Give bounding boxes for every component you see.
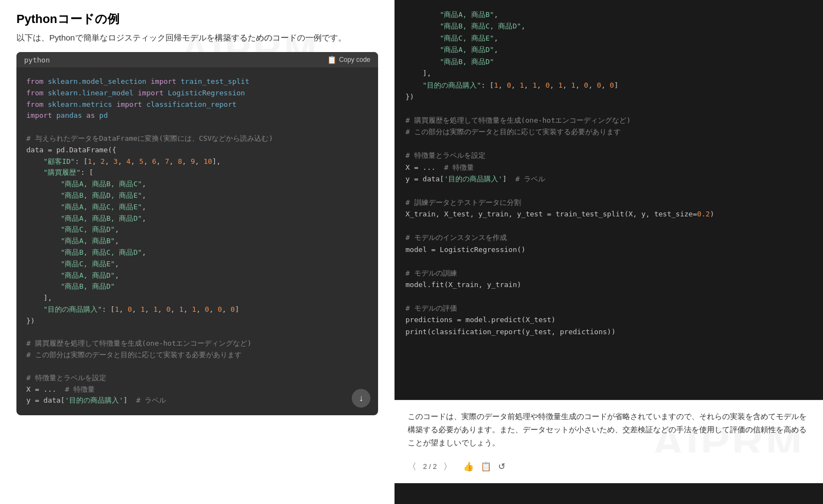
page-title: Pythonコードの例 [16,11,378,27]
copy-icon: 📋 [327,55,336,64]
left-code-body: from sklearn.model_selection import trai… [16,67,378,415]
copy-code-button[interactable]: 📋 Copy code [327,55,370,64]
right-code-body: "商品A, 商品B", "商品B, 商品C, 商品D", "商品C, 商品E",… [395,0,823,400]
right-panel: "商品A, 商品B", "商品B, 商品C, 商品D", "商品C, 商品E",… [395,0,823,504]
nav-refresh-icon[interactable]: ↺ [498,459,505,474]
nav-prev-icon[interactable]: 〈 [408,459,416,474]
page-nav: 〈 2 / 2 〉 👍 📋 ↺ [408,459,810,474]
code-lang: python [24,56,50,64]
right-comment-section: AIPRM このコードは、実際のデータ前処理や特徴量生成のコードが省略されていま… [395,400,823,483]
nav-copy-icon[interactable]: 📋 [481,459,491,474]
nav-next-icon[interactable]: 〉 [443,459,452,474]
nav-thumbs-up-icon[interactable]: 👍 [463,459,474,474]
copy-label: Copy code [339,56,370,64]
scroll-down-icon: ↓ [359,393,363,403]
comment-text: このコードは、実際のデータ前処理や特徴量生成のコードが省略されていますので、それ… [408,410,810,449]
nav-page-label: 2 / 2 [423,461,437,473]
code-header: python 📋 Copy code [16,52,378,67]
left-code-block: python 📋 Copy code from sklearn.model_se… [16,52,378,415]
scroll-down-button[interactable]: ↓ [352,389,370,408]
page-subtitle: 以下は、Pythonで簡単なロジスティック回帰モデルを構築するためのコードの一例… [16,33,378,43]
